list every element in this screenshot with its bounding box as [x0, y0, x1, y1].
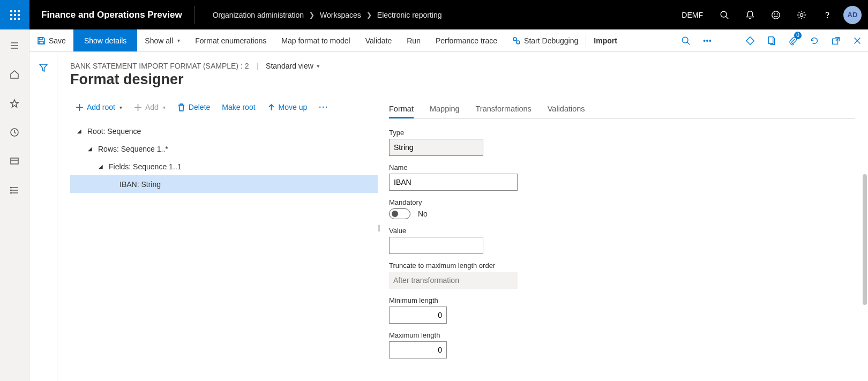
type-field[interactable]: [389, 139, 483, 156]
chevron-right-icon: ❯: [309, 11, 315, 19]
import-button[interactable]: Import: [586, 29, 625, 51]
tree-node-fields[interactable]: ◢ Fields: Sequence 1..1: [70, 158, 378, 175]
splitter-handle[interactable]: ‖: [378, 224, 380, 231]
page-icon: [767, 36, 776, 46]
breadcrumb-item[interactable]: Electronic reporting: [377, 11, 442, 19]
validate-label: Validate: [365, 36, 392, 45]
search-icon: [720, 10, 729, 20]
move-up-button[interactable]: Move up: [262, 103, 313, 111]
popout-button[interactable]: [825, 29, 847, 52]
command-bar: Save Show details Show all▾ Format enume…: [29, 29, 868, 52]
tab-transformations[interactable]: Transformations: [476, 104, 532, 118]
mandatory-value: No: [418, 210, 428, 218]
start-debugging-button[interactable]: Start Debugging: [505, 29, 586, 51]
close-button[interactable]: [847, 29, 868, 52]
tab-format[interactable]: Format: [389, 104, 414, 118]
view-selector[interactable]: Standard view ▾: [266, 62, 320, 70]
nav-expand-button[interactable]: [5, 38, 24, 53]
help-button[interactable]: [814, 0, 840, 29]
svg-point-26: [11, 190, 12, 191]
home-icon: [10, 70, 19, 79]
nav-recent-button[interactable]: [5, 125, 24, 140]
arrow-up-icon: [267, 103, 275, 111]
plus-icon: [76, 103, 84, 111]
show-details-label: Show details: [84, 36, 126, 45]
add-root-button[interactable]: Add root ▾: [70, 103, 128, 111]
value-field[interactable]: [389, 237, 483, 254]
delete-button[interactable]: Delete: [172, 103, 215, 111]
svg-rect-0: [10, 10, 12, 12]
personalize-button[interactable]: [739, 29, 761, 52]
breadcrumb-item[interactable]: Organization administration: [213, 11, 304, 19]
tree-node-root[interactable]: ◢ Root: Sequence: [70, 122, 378, 140]
more-button[interactable]: [697, 29, 718, 52]
minlen-field[interactable]: [389, 307, 447, 324]
map-format-label: Map format to model: [281, 36, 350, 45]
format-enumerations-button[interactable]: Format enumerations: [188, 29, 274, 51]
nav-home-button[interactable]: [5, 67, 24, 82]
nav-favorites-button[interactable]: [5, 96, 24, 111]
run-button[interactable]: Run: [399, 29, 428, 51]
feedback-button[interactable]: [763, 0, 789, 29]
validate-button[interactable]: Validate: [358, 29, 400, 51]
format-tree: ◢ Root: Sequence ◢ Rows: Sequence 1..* ◢…: [70, 119, 378, 193]
nav-modules-button[interactable]: [5, 183, 24, 198]
maxlen-field[interactable]: [389, 341, 447, 358]
diamond-icon: [745, 36, 755, 46]
scrollbar[interactable]: [863, 174, 867, 305]
tree-toggle-icon[interactable]: ◢: [95, 163, 107, 169]
topbar: Finance and Operations Preview Organizat…: [0, 0, 868, 29]
attachments-button[interactable]: 0: [782, 29, 804, 52]
performance-trace-button[interactable]: Performance trace: [428, 29, 505, 51]
make-root-button[interactable]: Make root: [216, 103, 260, 111]
settings-button[interactable]: [789, 0, 814, 29]
detail-tabs: Format Mapping Transformations Validatio…: [389, 95, 855, 119]
search-page-button[interactable]: [675, 29, 697, 52]
svg-point-15: [827, 17, 827, 18]
app-launcher-button[interactable]: [0, 0, 29, 29]
workspace-icon: [10, 156, 19, 166]
svg-point-36: [709, 40, 711, 41]
tree-node-rows[interactable]: ◢ Rows: Sequence 1..*: [70, 140, 378, 158]
tree-more-button[interactable]: ···: [313, 103, 334, 111]
svg-rect-1: [14, 10, 16, 12]
waffle-icon: [10, 10, 20, 20]
tree-node-iban[interactable]: IBAN: String: [70, 175, 378, 193]
tree-toggle-icon[interactable]: ◢: [84, 146, 96, 152]
refresh-icon: [810, 36, 819, 46]
filter-button[interactable]: [39, 63, 48, 381]
mandatory-toggle[interactable]: [389, 208, 410, 219]
more-icon: [702, 36, 712, 46]
svg-rect-4: [14, 14, 16, 16]
refresh-button[interactable]: [804, 29, 825, 52]
notifications-button[interactable]: [737, 0, 763, 29]
filter-column: [29, 52, 57, 381]
company-code[interactable]: DEMF: [673, 11, 712, 19]
save-button[interactable]: Save: [29, 29, 73, 51]
page-options-button[interactable]: [761, 29, 782, 52]
move-up-label: Move up: [279, 103, 308, 111]
tab-mapping[interactable]: Mapping: [430, 104, 460, 118]
nav-workspaces-button[interactable]: [5, 154, 24, 169]
tree-toggle-icon[interactable]: ◢: [73, 128, 85, 134]
perf-trace-label: Performance trace: [436, 36, 497, 45]
search-button[interactable]: [712, 0, 737, 29]
tab-validations[interactable]: Validations: [548, 104, 585, 118]
chevron-down-icon: ▾: [317, 63, 320, 70]
svg-rect-6: [10, 18, 12, 20]
svg-rect-37: [769, 36, 773, 43]
avatar[interactable]: AD: [843, 6, 862, 24]
show-details-button[interactable]: Show details: [73, 29, 137, 51]
trash-icon: [177, 103, 185, 111]
minlen-label: Minimum length: [389, 296, 528, 304]
tree-label: Rows: Sequence 1..*: [96, 145, 168, 153]
mandatory-label: Mandatory: [389, 198, 528, 206]
map-format-button[interactable]: Map format to model: [274, 29, 357, 51]
import-label: Import: [594, 36, 617, 45]
svg-rect-2: [18, 10, 20, 12]
breadcrumb-item[interactable]: Workspaces: [320, 11, 361, 19]
show-all-button[interactable]: Show all▾: [137, 29, 188, 51]
delete-label: Delete: [189, 103, 210, 111]
add-button: Add ▾: [129, 103, 171, 111]
name-field[interactable]: [389, 174, 518, 191]
